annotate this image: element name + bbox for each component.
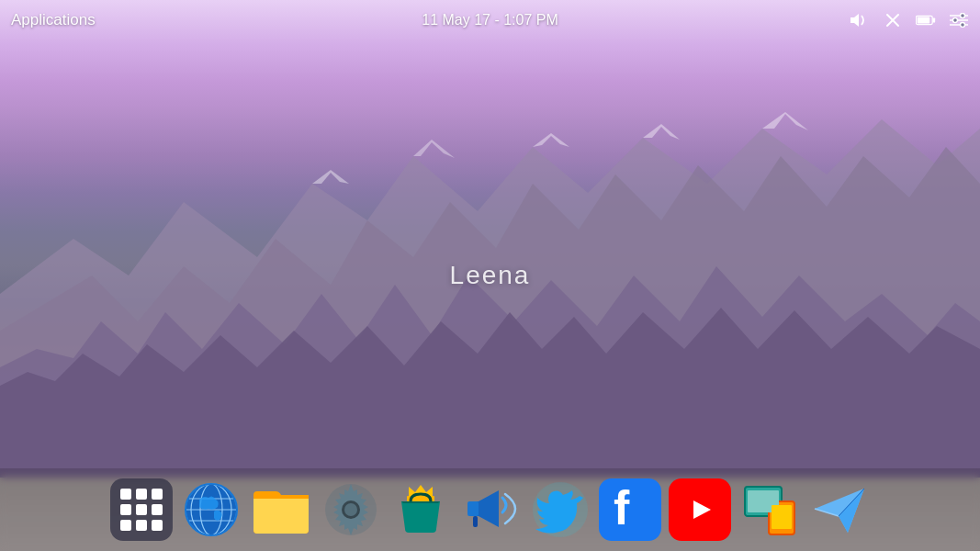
battery-icon xyxy=(916,10,936,30)
store-icon xyxy=(392,481,449,538)
close-icon[interactable] xyxy=(883,10,903,30)
status-area xyxy=(850,10,969,30)
mountain-background xyxy=(0,37,980,478)
folder-icon xyxy=(252,484,310,535)
dock-store-icon[interactable] xyxy=(389,478,452,541)
desktop-label: Leena xyxy=(450,261,531,290)
dock-apps-icon[interactable] xyxy=(110,478,173,541)
svg-point-20 xyxy=(961,23,965,28)
svg-marker-4 xyxy=(312,170,349,184)
svg-marker-7 xyxy=(762,112,808,130)
send-icon xyxy=(811,481,868,538)
svg-point-31 xyxy=(344,503,357,516)
dock-send-icon[interactable] xyxy=(808,478,871,541)
dock-files-icon[interactable] xyxy=(250,478,312,541)
dock-browser-icon[interactable] xyxy=(180,478,242,541)
svg-rect-44 xyxy=(772,505,792,529)
youtube-icon xyxy=(672,489,727,530)
svg-rect-34 xyxy=(473,516,478,527)
svg-rect-33 xyxy=(467,501,479,516)
globe-icon xyxy=(183,481,240,538)
svg-marker-6 xyxy=(643,124,680,140)
facebook-icon: f xyxy=(612,486,648,534)
dock-settings-icon[interactable] xyxy=(320,478,382,541)
gear-icon xyxy=(323,482,378,537)
svg-marker-9 xyxy=(850,14,859,27)
multiwindow-icon xyxy=(741,481,798,538)
svg-marker-8 xyxy=(413,140,455,158)
megaphone-icon xyxy=(462,481,519,538)
dock-youtube-icon[interactable] xyxy=(669,478,731,541)
svg-rect-14 xyxy=(918,17,930,24)
dock: f xyxy=(0,468,980,551)
dock-megaphone-icon[interactable] xyxy=(459,478,522,541)
datetime-display: 11 May 17 - 1:07 PM xyxy=(422,12,558,28)
svg-text:f: f xyxy=(614,486,630,534)
svg-point-19 xyxy=(953,18,958,23)
svg-marker-5 xyxy=(533,133,569,147)
dock-multiwindow-icon[interactable] xyxy=(738,478,801,541)
dock-facebook-icon[interactable]: f xyxy=(599,478,661,541)
svg-point-18 xyxy=(961,14,965,18)
dock-twitter-icon[interactable] xyxy=(529,478,591,541)
grid-icon xyxy=(111,479,172,540)
svg-rect-13 xyxy=(933,17,936,22)
topbar: Applications 11 May 17 - 1:07 PM xyxy=(0,0,980,40)
system-settings-icon[interactable] xyxy=(949,10,969,30)
sound-icon[interactable] xyxy=(850,10,870,30)
twitter-icon xyxy=(532,481,589,538)
applications-menu[interactable]: Applications xyxy=(11,11,96,29)
